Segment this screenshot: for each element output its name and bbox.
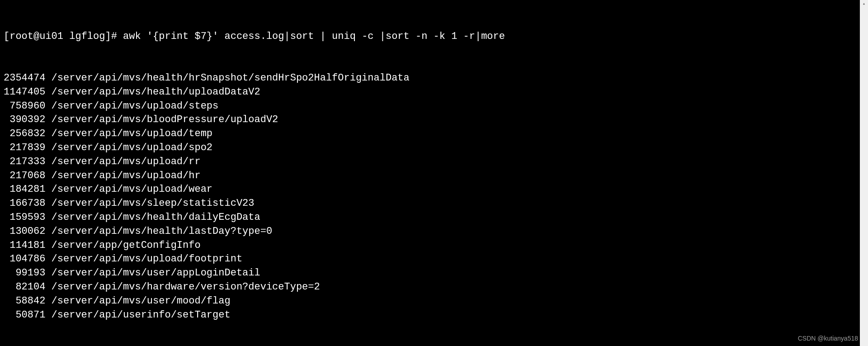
row-path: /server/api/mvs/user/appLoginDetail [45, 267, 260, 279]
output-row: 104786 /server/api/mvs/upload/footprint [4, 252, 864, 266]
watermark-text: CSDN @kutianya518 [798, 334, 858, 343]
row-count: 217068 [4, 169, 45, 183]
row-path: /server/api/mvs/bloodPressure/uploadV2 [45, 114, 278, 125]
row-path: /server/api/mvs/upload/steps [45, 100, 218, 112]
output-row: 1147405 /server/api/mvs/health/uploadDat… [4, 85, 864, 100]
row-path: /server/app/getConfigInfo [45, 240, 200, 251]
output-row: 217839 /server/api/mvs/upload/spo2 [4, 141, 864, 155]
terminal-output[interactable]: [root@ui01 lgflog]# awk '{print $7}' acc… [0, 0, 868, 338]
output-row: 184281 /server/api/mvs/upload/wear [4, 183, 864, 197]
row-path: /server/api/mvs/user/mood/flag [45, 295, 230, 307]
output-row: 50871 /server/api/userinfo/setTarget [4, 308, 864, 322]
row-count: 166738 [4, 197, 45, 211]
scrollbar-arrow-up-icon[interactable]: ▴ [860, 0, 868, 8]
row-count: 104786 [4, 252, 45, 266]
row-count: 50871 [4, 308, 45, 322]
row-path: /server/api/mvs/upload/spo2 [45, 142, 212, 153]
row-path: /server/api/mvs/upload/temp [45, 128, 212, 139]
output-row: 390392 /server/api/mvs/bloodPressure/upl… [4, 113, 864, 127]
row-path: /server/api/mvs/upload/footprint [45, 253, 242, 265]
row-count: 114181 [4, 239, 45, 253]
row-count: 217333 [4, 155, 45, 169]
row-count: 130062 [4, 225, 45, 239]
output-row: 159593 /server/api/mvs/health/dailyEcgDa… [4, 211, 864, 225]
output-row: 758960 /server/api/mvs/upload/steps [4, 100, 864, 114]
row-path: /server/api/mvs/health/lastDay?type=0 [45, 226, 272, 237]
row-count: 217839 [4, 141, 45, 155]
output-row: 217068 /server/api/mvs/upload/hr [4, 169, 864, 183]
row-count: 159593 [4, 211, 45, 225]
output-row: 130062 /server/api/mvs/health/lastDay?ty… [4, 225, 864, 239]
row-count: 1147405 [4, 85, 45, 100]
output-row: 2354474 /server/api/mvs/health/hrSnapsho… [4, 71, 864, 85]
row-path: /server/api/mvs/health/uploadDataV2 [45, 86, 260, 98]
row-path: /server/api/mvs/upload/hr [45, 170, 200, 181]
row-count: 99193 [4, 266, 45, 280]
output-row: 82104 /server/api/mvs/hardware/version?d… [4, 280, 864, 294]
row-path: /server/api/mvs/sleep/statisticV23 [45, 198, 254, 209]
row-count: 184281 [4, 183, 45, 197]
row-path: /server/api/userinfo/setTarget [45, 309, 230, 321]
row-path: /server/api/mvs/health/dailyEcgData [45, 212, 260, 223]
command-prompt-line: [root@ui01 lgflog]# awk '{print $7}' acc… [4, 30, 864, 44]
row-count: 58842 [4, 294, 45, 308]
output-row: 217333 /server/api/mvs/upload/rr [4, 155, 864, 169]
output-row: 58842 /server/api/mvs/user/mood/flag [4, 294, 864, 308]
output-rows: 2354474 /server/api/mvs/health/hrSnapsho… [4, 71, 864, 322]
output-row: 99193 /server/api/mvs/user/appLoginDetai… [4, 266, 864, 280]
row-count: 256832 [4, 127, 45, 141]
row-count: 82104 [4, 280, 45, 294]
row-count: 2354474 [4, 71, 45, 85]
row-count: 390392 [4, 113, 45, 127]
row-path: /server/api/mvs/upload/wear [45, 184, 212, 195]
row-path: /server/api/mvs/hardware/version?deviceT… [45, 281, 320, 293]
output-row: 114181 /server/app/getConfigInfo [4, 239, 864, 253]
vertical-scrollbar[interactable]: ▴ [860, 0, 868, 346]
output-row: 256832 /server/api/mvs/upload/temp [4, 127, 864, 141]
row-path: /server/api/mvs/upload/rr [45, 156, 200, 167]
row-path: /server/api/mvs/health/hrSnapshot/sendHr… [45, 72, 409, 84]
output-row: 166738 /server/api/mvs/sleep/statisticV2… [4, 197, 864, 211]
row-count: 758960 [4, 100, 45, 114]
